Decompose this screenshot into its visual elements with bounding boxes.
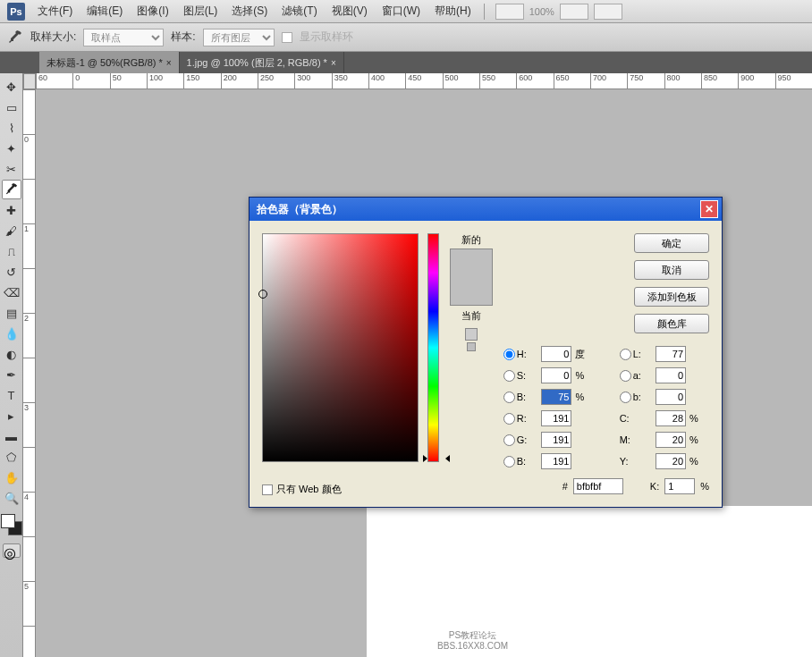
b-hsb-radio[interactable]: B: [503,392,538,403]
a-radio[interactable]: a: [620,370,652,382]
hex-label: # [562,481,568,492]
y-unit: % [689,456,709,467]
eraser-tool[interactable]: ⌫ [2,282,21,302]
k-input[interactable] [664,478,695,494]
y-input[interactable] [656,453,686,469]
a-input[interactable] [656,367,686,383]
arrange-dropdown-2[interactable] [594,4,622,20]
history-brush-tool[interactable]: ↺ [2,262,21,282]
color-swatches[interactable] [1,514,22,535]
arrange-dropdown-1[interactable] [560,4,588,20]
menu-layer[interactable]: 图层(L) [178,2,224,21]
tab-document-1[interactable]: 未标题-1 @ 50%(RGB/8) * × [39,52,180,73]
saturation-value-field[interactable] [262,233,419,462]
dodge-tool[interactable]: ◐ [2,344,21,364]
current-color-label: 当前 [461,309,481,323]
sample-select[interactable]: 所有图层 [203,29,275,46]
crop-tool[interactable]: ✂ [2,159,21,179]
eyedropper-tool[interactable] [2,180,21,199]
hue-slider-thumb[interactable] [423,455,450,462]
k-unit: % [700,481,709,492]
watermark: PS教程论坛 BBS.16XX8.COM [437,630,508,652]
move-tool[interactable]: ✥ [2,77,21,97]
gradient-tool[interactable]: ▤ [2,303,21,323]
new-color-swatch [451,249,492,277]
heal-tool[interactable]: ✚ [2,200,21,220]
quickmask-button[interactable]: ◎ [3,543,21,558]
k-label: K: [650,481,659,492]
menu-select[interactable]: 选择(S) [226,2,273,21]
stamp-tool[interactable]: ⎍ [2,241,21,261]
marquee-tool[interactable]: ▭ [2,97,21,117]
m-input[interactable] [656,432,686,448]
g-radio[interactable]: G: [503,434,538,446]
s-radio[interactable]: S: [503,370,538,382]
l-input[interactable] [656,346,686,362]
cancel-button[interactable]: 取消 [634,260,709,280]
c-unit: % [689,413,709,424]
menubar: Ps 文件(F) 编辑(E) 图像(I) 图层(L) 选择(S) 滤镜(T) 视… [0,0,812,23]
ok-button[interactable]: 确定 [634,233,709,253]
r-radio[interactable]: R: [503,413,538,425]
web-only-checkbox[interactable] [262,484,273,495]
add-swatch-button[interactable]: 添加到色板 [634,287,709,307]
hue-slider[interactable] [427,233,439,462]
eyedropper-icon [7,29,23,46]
foreground-swatch[interactable] [1,514,15,528]
s-input[interactable] [541,367,571,383]
l-radio[interactable]: L: [620,349,652,360]
b-hsb-input[interactable] [541,389,571,405]
websafe-swatch[interactable] [467,342,476,351]
b-rgb-input[interactable] [541,453,571,469]
blur-tool[interactable]: 💧 [2,324,21,343]
c-input[interactable] [656,410,686,426]
c-label: C: [620,413,652,424]
menu-file[interactable]: 文件(F) [32,2,78,21]
brush-tool[interactable]: 🖌 [2,221,21,240]
dialog-close-button[interactable]: ✕ [700,200,718,218]
launch-dropdown[interactable] [495,4,524,20]
b-lab-input[interactable] [656,389,686,405]
type-tool[interactable]: T [2,385,21,405]
3d-tool[interactable]: ⬠ [2,447,21,467]
tab-label: 未标题-1 @ 50%(RGB/8) * [47,56,163,70]
tab-document-2[interactable]: 1.jpg @ 100% (图层 2, RGB/8) * × [180,52,344,73]
web-only-checkbox-row[interactable]: 只有 Web 颜色 [262,483,342,496]
app-logo: Ps [7,3,25,21]
options-bar: 取样大小: 取样点 样本: 所有图层 显示取样环 [0,23,812,52]
gamut-warning-icon[interactable] [465,328,478,341]
shape-tool[interactable]: ▬ [2,426,21,446]
menu-help[interactable]: 帮助(H) [429,2,477,21]
menu-window[interactable]: 窗口(W) [376,2,426,21]
tab-close-icon[interactable]: × [331,58,336,68]
zoom-level[interactable]: 100% [529,6,554,17]
h-input[interactable] [541,346,571,362]
menu-filter[interactable]: 滤镜(T) [276,2,322,21]
b-lab-radio[interactable]: b: [620,392,652,403]
current-color-swatch[interactable] [451,277,492,305]
menu-edit[interactable]: 编辑(E) [81,2,128,21]
hand-tool[interactable]: ✋ [2,467,21,487]
color-libraries-button[interactable]: 颜色库 [634,314,709,333]
document-canvas[interactable] [367,506,812,657]
color-picker-dialog: 拾色器（背景色） ✕ 新的 当前 确定 取消 [249,197,723,508]
tab-close-icon[interactable]: × [166,58,172,68]
dialog-titlebar[interactable]: 拾色器（背景色） ✕ [250,198,722,221]
sample-size-select[interactable]: 取样点 [83,29,164,46]
menu-view[interactable]: 视图(V) [326,2,373,21]
sample-size-label: 取样大小: [30,29,76,45]
wand-tool[interactable]: ✦ [2,139,21,158]
r-input[interactable] [541,410,571,426]
show-ring-checkbox[interactable] [282,32,292,43]
lasso-tool[interactable]: ⌇ [2,118,21,138]
hex-input[interactable] [573,478,623,494]
menu-image[interactable]: 图像(I) [131,2,173,21]
color-preview [450,248,493,306]
sv-cursor [258,290,267,299]
path-tool[interactable]: ▸ [2,406,21,425]
pen-tool[interactable]: ✒ [2,365,21,384]
g-input[interactable] [541,432,571,448]
zoom-tool[interactable]: 🔍 [2,488,21,508]
b-rgb-radio[interactable]: B: [503,456,538,467]
h-radio[interactable]: H: [503,349,538,360]
